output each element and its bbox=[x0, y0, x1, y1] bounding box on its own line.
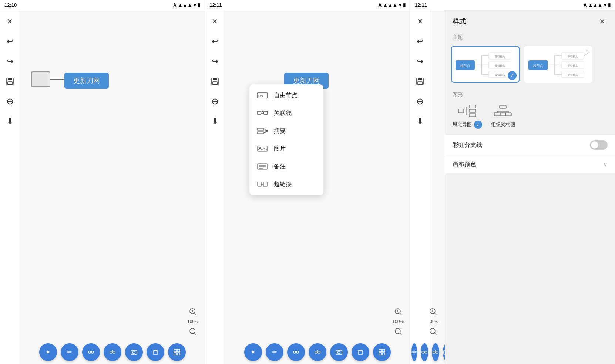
close-button-1[interactable]: ✕ bbox=[3, 15, 17, 28]
svg-rect-101 bbox=[458, 109, 464, 113]
download-button-2[interactable]: ⬇ bbox=[208, 115, 222, 128]
svg-point-61 bbox=[337, 351, 340, 354]
battery-icon-2: ▮ bbox=[403, 2, 406, 8]
undo-button-2[interactable]: ↩ bbox=[208, 35, 222, 48]
svg-rect-26 bbox=[213, 78, 217, 80]
theme-row: 根节点 等待输入 等待输入 bbox=[445, 43, 615, 89]
magic-button-2[interactable]: ✦ bbox=[244, 343, 262, 361]
dropdown-menu: Free 自由节点 关联线 bbox=[249, 84, 323, 195]
redo-button-1[interactable]: ↪ bbox=[3, 55, 17, 68]
link-out-button-2[interactable] bbox=[309, 343, 326, 361]
menu-item-image[interactable]: 图片 bbox=[249, 140, 323, 158]
svg-rect-105 bbox=[469, 105, 476, 108]
panel-2: ✕ ↩ ↪ ⊕ ⬇ 更新刀网 bbox=[205, 10, 410, 364]
close-button-2[interactable]: ✕ bbox=[208, 15, 222, 28]
download-button-3[interactable]: ⬇ bbox=[413, 115, 427, 128]
canvas-color-row[interactable]: 画布颜色 ∨ bbox=[445, 155, 615, 173]
add-button-3[interactable]: ⊕ bbox=[413, 95, 427, 108]
wifi-icon-2: ▾ bbox=[399, 2, 401, 8]
svg-point-54 bbox=[296, 351, 299, 353]
menu-item-summary[interactable]: 摘要 bbox=[249, 122, 323, 140]
status-bar-1: 12:10 A ▲▲▲ ▾ ▮ bbox=[0, 0, 205, 10]
zoom-out-button-1[interactable] bbox=[187, 326, 199, 337]
wifi-icon-3: ▾ bbox=[604, 2, 606, 8]
svg-point-14 bbox=[113, 351, 115, 353]
svg-rect-20 bbox=[154, 351, 157, 355]
close-button-3[interactable]: ✕ bbox=[413, 15, 427, 28]
shape-row: 思维导图 ✓ bbox=[445, 101, 615, 135]
status-icons-2: A ▲▲▲ ▾ ▮ bbox=[378, 2, 405, 8]
svg-rect-107 bbox=[469, 109, 476, 112]
camera-button-1[interactable] bbox=[125, 343, 143, 361]
svg-point-126 bbox=[422, 351, 424, 353]
svg-line-125 bbox=[434, 333, 436, 335]
svg-rect-118 bbox=[500, 113, 506, 116]
undo-button-3[interactable]: ↩ bbox=[413, 35, 427, 48]
canvas-1: 更新刀网 bbox=[20, 10, 205, 340]
toggle-knob bbox=[591, 141, 598, 149]
menu-item-hyperlink[interactable]: 超链接 bbox=[249, 175, 323, 193]
camera-button-2[interactable] bbox=[330, 343, 348, 361]
svg-rect-64 bbox=[379, 349, 382, 352]
redo-button-3[interactable]: ↪ bbox=[413, 55, 427, 68]
link-in-button-2[interactable] bbox=[287, 343, 305, 361]
add-button-1[interactable]: ⊕ bbox=[3, 95, 17, 108]
svg-rect-70 bbox=[418, 82, 422, 84]
delete-button-1[interactable] bbox=[147, 343, 164, 361]
chevron-down-icon: ∨ bbox=[603, 161, 608, 168]
svg-rect-110 bbox=[500, 105, 506, 108]
status-a-icon-3: A bbox=[584, 3, 587, 8]
rainbow-toggle[interactable] bbox=[590, 140, 608, 150]
svg-rect-67 bbox=[382, 353, 385, 355]
menu-item-free-node[interactable]: Free 自由节点 bbox=[249, 87, 323, 104]
hyperlink-icon bbox=[257, 180, 268, 188]
shape-org-chart[interactable]: 组织架构图 bbox=[491, 104, 515, 128]
delete-button-2[interactable] bbox=[352, 343, 369, 361]
svg-text:等待输入: 等待输入 bbox=[495, 64, 505, 67]
svg-point-57 bbox=[318, 351, 320, 353]
save-button-1[interactable] bbox=[3, 75, 17, 88]
link-out-button-1[interactable] bbox=[104, 343, 121, 361]
root-node-1[interactable]: 更新刀网 bbox=[64, 73, 109, 89]
note-icon bbox=[257, 162, 268, 171]
zoom-out-button-2[interactable] bbox=[392, 326, 404, 337]
canvas-3: 更新刀网 bbox=[430, 10, 445, 340]
rainbow-toggle-row: 彩虹分支线 bbox=[445, 135, 615, 155]
svg-rect-31 bbox=[264, 111, 268, 114]
download-button-1[interactable]: ⬇ bbox=[3, 115, 17, 128]
menu-label-hyperlink: 超链接 bbox=[274, 181, 292, 188]
zoom-in-button-2[interactable] bbox=[392, 306, 404, 317]
add-button-2[interactable]: ⊕ bbox=[208, 95, 222, 108]
zoom-in-button-1[interactable] bbox=[187, 306, 199, 317]
save-button-2[interactable] bbox=[208, 75, 222, 88]
menu-item-relation-line[interactable]: 关联线 bbox=[249, 104, 323, 122]
undo-button-1[interactable]: ↩ bbox=[3, 35, 17, 48]
time-1: 12:10 bbox=[4, 2, 17, 8]
placeholder-node-1[interactable] bbox=[31, 71, 50, 87]
link-in-button-1[interactable] bbox=[82, 343, 100, 361]
pen-button-2[interactable]: ✏ bbox=[266, 343, 283, 361]
theme-card-1[interactable]: 根节点 等待输入 等待输入 bbox=[451, 46, 520, 83]
theme-card-2[interactable]: 根节点 等待输入 等待输入 等待输入 bbox=[524, 46, 592, 83]
link-out-button-3[interactable] bbox=[432, 343, 439, 361]
save-button-3[interactable] bbox=[413, 75, 427, 88]
shape-mind-map[interactable]: 思维导图 ✓ bbox=[453, 104, 482, 129]
panel-1: ✕ ↩ ↪ ⊕ ⬇ 更新刀网 bbox=[0, 10, 205, 364]
svg-rect-1 bbox=[8, 78, 12, 80]
theme-1-check: ✓ bbox=[508, 71, 517, 80]
style-panel-close-button[interactable]: ✕ bbox=[597, 16, 608, 27]
relation-icon bbox=[257, 109, 268, 117]
pen-button-1[interactable]: ✏ bbox=[61, 343, 78, 361]
svg-rect-30 bbox=[257, 111, 261, 114]
magic-button-1[interactable]: ✦ bbox=[39, 343, 57, 361]
redo-button-2[interactable]: ↪ bbox=[208, 55, 222, 68]
svg-point-129 bbox=[433, 351, 435, 353]
status-icons-1: A ▲▲▲ ▾ ▮ bbox=[173, 2, 200, 8]
wifi-icon-1: ▾ bbox=[194, 2, 196, 8]
svg-rect-63 bbox=[359, 351, 362, 355]
layout-button-1[interactable] bbox=[168, 343, 186, 361]
mind-map-check: ✓ bbox=[474, 121, 482, 129]
menu-item-note[interactable]: 备注 bbox=[249, 158, 323, 175]
svg-rect-21 bbox=[174, 349, 177, 352]
layout-button-2[interactable] bbox=[373, 343, 391, 361]
